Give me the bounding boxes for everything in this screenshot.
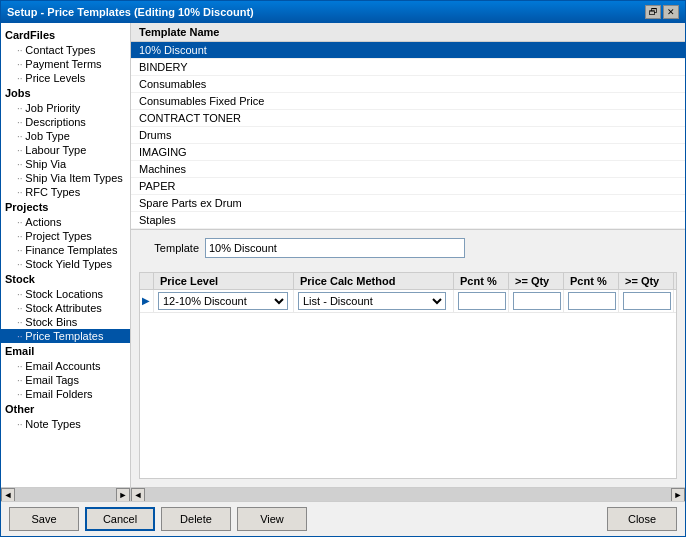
close-button[interactable]: Close bbox=[607, 507, 677, 531]
tree-item-job-priority[interactable]: Job Priority bbox=[1, 101, 130, 115]
grid-header-qty2: >= Qty bbox=[619, 273, 674, 289]
price-level-select[interactable]: 12-10% Discount bbox=[158, 292, 288, 310]
grid-cell-calc-method: List - Discount bbox=[294, 290, 454, 312]
grid-header-qty1: >= Qty bbox=[509, 273, 564, 289]
title-bar-buttons: 🗗 ✕ bbox=[645, 5, 679, 19]
tree-section-email: Email bbox=[1, 343, 130, 359]
delete-button[interactable]: Delete bbox=[161, 507, 231, 531]
tree-item-stock-locations[interactable]: Stock Locations bbox=[1, 287, 130, 301]
grid-header-calc-method: Price Calc Method bbox=[294, 273, 454, 289]
close-window-button[interactable]: ✕ bbox=[663, 5, 679, 19]
template-item[interactable]: Drums bbox=[131, 127, 685, 144]
grid-header-pcnt1: Pcnt % bbox=[454, 273, 509, 289]
template-item[interactable]: Consumables Fixed Price bbox=[131, 93, 685, 110]
tree-item-email-accounts[interactable]: Email Accounts bbox=[1, 359, 130, 373]
grid-cell-price-level: 12-10% Discount bbox=[154, 290, 294, 312]
tree-item-price-templates[interactable]: Price Templates bbox=[1, 329, 130, 343]
qty1-input[interactable] bbox=[513, 292, 561, 310]
tree-section-projects: Projects bbox=[1, 199, 130, 215]
tree-item-email-folders[interactable]: Email Folders bbox=[1, 387, 130, 401]
left-scroll-left[interactable]: ◄ bbox=[1, 488, 15, 502]
grid-header-pcnt2: Pcnt % bbox=[564, 273, 619, 289]
qty2-input[interactable] bbox=[623, 292, 671, 310]
grid-cell-pcnt3 bbox=[674, 290, 677, 312]
title-bar: Setup - Price Templates (Editing 10% Dis… bbox=[1, 1, 685, 23]
left-scroll-right[interactable]: ► bbox=[116, 488, 130, 502]
template-item[interactable]: IMAGING bbox=[131, 144, 685, 161]
tree-item-contact-types[interactable]: Contact Types bbox=[1, 43, 130, 57]
left-scroll-track[interactable] bbox=[15, 488, 116, 502]
template-item[interactable]: BINDERY bbox=[131, 59, 685, 76]
tree-section-cardfiles: CardFiles bbox=[1, 27, 130, 43]
tree-item-ship-via[interactable]: Ship Via bbox=[1, 157, 130, 171]
template-items-container: 10% DiscountBINDERYConsumablesConsumable… bbox=[131, 42, 685, 229]
left-scrollbar: ◄ ► bbox=[1, 488, 131, 501]
right-scroll-left[interactable]: ◄ bbox=[131, 488, 145, 502]
tree-item-note-types[interactable]: Note Types bbox=[1, 417, 130, 431]
view-button[interactable]: View bbox=[237, 507, 307, 531]
bottom-bar: Save Cancel Delete View Close bbox=[1, 501, 685, 536]
template-input[interactable] bbox=[205, 238, 465, 258]
template-field-row: Template bbox=[139, 238, 677, 258]
grid-cell-pcnt2 bbox=[564, 290, 619, 312]
row-arrow-icon: ▶ bbox=[142, 295, 150, 306]
tree-item-rfc-types[interactable]: RFC Types bbox=[1, 185, 130, 199]
left-panel: CardFilesContact TypesPayment TermsPrice… bbox=[1, 23, 131, 487]
right-scroll-right[interactable]: ► bbox=[671, 488, 685, 502]
grid-cell-qty2 bbox=[619, 290, 674, 312]
right-scroll-track[interactable] bbox=[145, 488, 671, 502]
tree-item-project-types[interactable]: Project Types bbox=[1, 229, 130, 243]
template-item[interactable]: 10% Discount bbox=[131, 42, 685, 59]
scrollbar-area: ◄ ► ◄ ► bbox=[1, 487, 685, 501]
template-label: Template bbox=[139, 242, 199, 254]
pcnt1-input[interactable] bbox=[458, 292, 506, 310]
tree-item-labour-type[interactable]: Labour Type bbox=[1, 143, 130, 157]
grid-cell-qty1 bbox=[509, 290, 564, 312]
tree-item-price-levels[interactable]: Price Levels bbox=[1, 71, 130, 85]
grid-row-arrow: ▶ bbox=[140, 290, 154, 312]
tree-item-email-tags[interactable]: Email Tags bbox=[1, 373, 130, 387]
window-title: Setup - Price Templates (Editing 10% Dis… bbox=[7, 6, 254, 18]
grid-header-price-level: Price Level bbox=[154, 273, 294, 289]
tree-section-other: Other bbox=[1, 401, 130, 417]
template-item[interactable]: Machines bbox=[131, 161, 685, 178]
main-window: Setup - Price Templates (Editing 10% Dis… bbox=[0, 0, 686, 537]
tree-item-actions[interactable]: Actions bbox=[1, 215, 130, 229]
grid-row: ▶ 12-10% Discount List - Discount bbox=[140, 290, 676, 313]
right-scrollbar-inner: ◄ ► bbox=[131, 488, 685, 502]
main-content: CardFilesContact TypesPayment TermsPrice… bbox=[1, 23, 685, 487]
template-list: Template Name 10% DiscountBINDERYConsuma… bbox=[131, 23, 685, 230]
template-item[interactable]: PAPER bbox=[131, 178, 685, 195]
template-item[interactable]: Spare Parts ex Drum bbox=[131, 195, 685, 212]
template-list-header: Template Name bbox=[131, 23, 685, 42]
template-edit-area: Template bbox=[131, 230, 685, 272]
grid-header-arrow bbox=[140, 273, 154, 289]
tree-item-job-type[interactable]: Job Type bbox=[1, 129, 130, 143]
template-item[interactable]: Staples bbox=[131, 212, 685, 229]
grid-cell-pcnt1 bbox=[454, 290, 509, 312]
tree-item-payment-terms[interactable]: Payment Terms bbox=[1, 57, 130, 71]
tree-item-finance-templates[interactable]: Finance Templates bbox=[1, 243, 130, 257]
tree-item-descriptions[interactable]: Descriptions bbox=[1, 115, 130, 129]
tree-item-stock-yield-types[interactable]: Stock Yield Types bbox=[1, 257, 130, 271]
left-scrollbar-inner: ◄ ► bbox=[1, 488, 130, 502]
template-item[interactable]: Consumables bbox=[131, 76, 685, 93]
pcnt2-input[interactable] bbox=[568, 292, 616, 310]
grid-header-pcnt3: Pcnt % bbox=[674, 273, 677, 289]
tree-section-stock: Stock bbox=[1, 271, 130, 287]
tree-item-stock-attributes[interactable]: Stock Attributes bbox=[1, 301, 130, 315]
tree-item-ship-via-item-types[interactable]: Ship Via Item Types bbox=[1, 171, 130, 185]
grid-header: Price Level Price Calc Method Pcnt % >= … bbox=[140, 273, 676, 290]
tree-section-jobs: Jobs bbox=[1, 85, 130, 101]
right-panel: Template Name 10% DiscountBINDERYConsuma… bbox=[131, 23, 685, 487]
calc-method-select[interactable]: List - Discount bbox=[298, 292, 446, 310]
right-scrollbar: ◄ ► bbox=[131, 488, 685, 501]
template-item[interactable]: CONTRACT TONER bbox=[131, 110, 685, 127]
save-button[interactable]: Save bbox=[9, 507, 79, 531]
cancel-button[interactable]: Cancel bbox=[85, 507, 155, 531]
restore-button[interactable]: 🗗 bbox=[645, 5, 661, 19]
grid-area: Price Level Price Calc Method Pcnt % >= … bbox=[139, 272, 677, 480]
tree-item-stock-bins[interactable]: Stock Bins bbox=[1, 315, 130, 329]
